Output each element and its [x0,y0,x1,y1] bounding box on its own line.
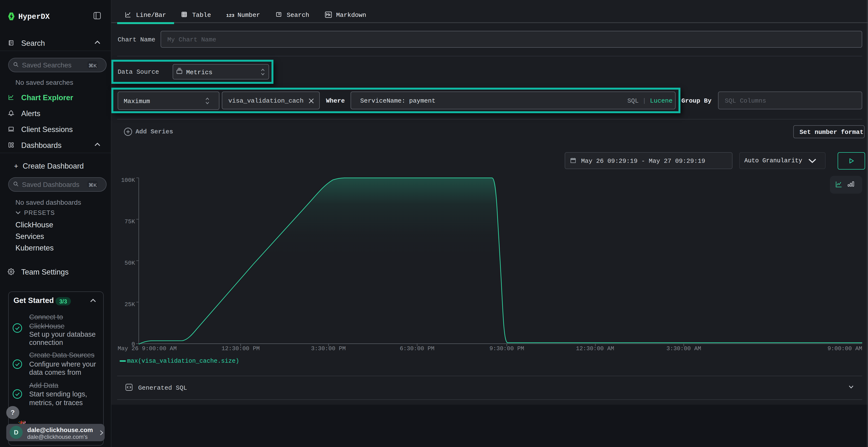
svg-text:75K: 75K [125,218,135,225]
svg-text:6:30:00 PM: 6:30:00 PM [400,345,434,352]
svg-text:50K: 50K [125,260,135,266]
svg-text:9:00:00 AM: 9:00:00 AM [828,345,862,352]
svg-text:May 26 9:00:00 AM: May 26 9:00:00 AM [118,345,177,352]
svg-text:9:30:00 PM: 9:30:00 PM [490,345,524,352]
svg-text:3:30:00 PM: 3:30:00 PM [311,345,346,352]
svg-text:3:30:00 AM: 3:30:00 AM [666,345,701,352]
svg-text:12:30:00 AM: 12:30:00 AM [576,345,614,352]
svg-text:12:30:00 PM: 12:30:00 PM [222,345,260,352]
svg-text:100K: 100K [121,177,135,183]
svg-text:25K: 25K [125,301,135,308]
